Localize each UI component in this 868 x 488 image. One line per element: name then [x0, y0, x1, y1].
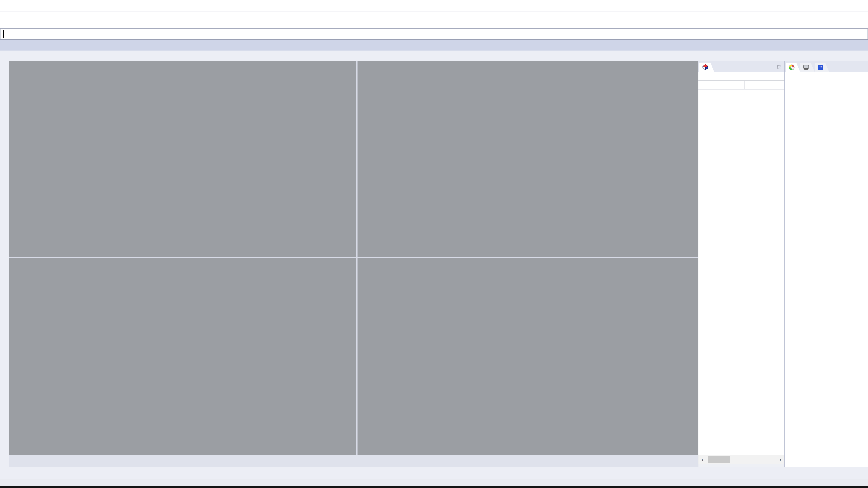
layers-panel: ‹ ›: [698, 61, 784, 467]
properties-panel: ?: [784, 61, 868, 467]
layers-gear-icon[interactable]: [776, 64, 782, 70]
display-icon: [803, 64, 809, 71]
scroll-right-icon[interactable]: ›: [776, 456, 784, 463]
layers-panel-tab-row: [699, 61, 784, 72]
tab-display[interactable]: [800, 63, 815, 72]
viewport-top[interactable]: [9, 61, 356, 257]
text-caret: [3, 30, 4, 38]
tab-properties[interactable]: [786, 63, 800, 72]
osnap-bar: [0, 467, 868, 479]
layers-list: [699, 90, 784, 455]
menu-bar: [0, 0, 868, 12]
status-bar: [0, 479, 868, 486]
layers-toolbar: [699, 72, 784, 81]
layers-col-name[interactable]: [699, 81, 745, 89]
scrollbar-thumb[interactable]: [708, 456, 730, 463]
properties-icon: [788, 64, 795, 71]
rhino-application-window: ‹ › ?: [0, 0, 868, 488]
viewport-right[interactable]: [358, 258, 698, 455]
main-sidebar-toolbar: [0, 61, 9, 467]
tab-help[interactable]: ?: [815, 63, 829, 72]
toolbar-tab-bar: [0, 40, 868, 51]
scroll-left-icon[interactable]: ‹: [699, 456, 707, 463]
layers-icon: [702, 64, 709, 71]
command-history: [0, 12, 868, 28]
layers-column-header: [699, 81, 784, 90]
tab-layers[interactable]: [700, 63, 714, 72]
layers-col-current[interactable]: [745, 81, 784, 89]
viewport-tab-bar: [9, 455, 698, 467]
viewport-perspective[interactable]: [358, 61, 698, 257]
properties-panel-tab-row: ?: [785, 61, 868, 72]
bottom-strip: [0, 486, 868, 488]
properties-rows: [785, 72, 868, 467]
viewport-front[interactable]: [9, 258, 356, 455]
layers-horizontal-scrollbar[interactable]: ‹ ›: [699, 455, 784, 464]
svg-text:?: ?: [819, 65, 822, 70]
help-icon: ?: [817, 64, 824, 71]
command-input-row[interactable]: [0, 28, 868, 40]
standard-toolbar: [0, 51, 868, 61]
